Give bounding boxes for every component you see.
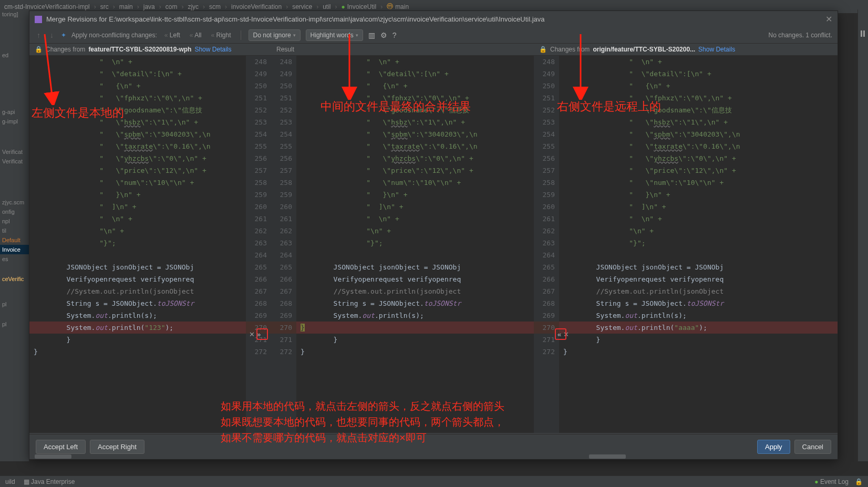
close-icon[interactable]: ✕	[825, 14, 832, 24]
result-header: Result	[276, 46, 294, 53]
left-branch-name: feature/TTC-SYBL-S20200819-wph	[88, 46, 191, 53]
sidebar-item[interactable]: zjyc.scm	[0, 198, 29, 207]
right-gutter	[857, 9, 868, 461]
breadcrumb-item[interactable]: util	[323, 3, 330, 11]
left-pane[interactable]: " \n" + " \"detail\":[\n" + " {\n" + " \…	[29, 56, 246, 433]
lock-icon[interactable]: 🔒	[855, 478, 863, 485]
breadcrumb-item[interactable]: com	[166, 3, 178, 11]
sidebar-item[interactable]: Verificat	[0, 147, 29, 157]
sidebar-item[interactable]: til	[0, 226, 29, 235]
cancel-button[interactable]: Cancel	[794, 440, 831, 454]
sidebar-item[interactable]: g-impl	[0, 117, 29, 126]
next-change-button[interactable]: ↓	[48, 30, 56, 40]
help-icon[interactable]: ?	[392, 31, 397, 39]
show-details-right[interactable]: Show Details	[698, 46, 735, 53]
lock-icon: 🔒	[539, 46, 547, 53]
sidebar-item[interactable]: g-api	[0, 107, 29, 117]
event-log-tab[interactable]: Event Log	[814, 478, 849, 485]
sidebar-item[interactable]: onfig	[0, 207, 29, 216]
annotation-box	[256, 328, 268, 340]
merge-toolbar: ↑ ↓ ✦ Apply non-conflicting changes: Lef…	[29, 27, 838, 44]
apply-label: Apply non-conflicting changes:	[71, 32, 157, 39]
statusbar: uild ▦ Java Enterprise Event Log 🔒	[0, 475, 868, 487]
apply-left-button[interactable]: Left	[162, 30, 182, 40]
breadcrumb-item[interactable]: InvoiceUtil	[347, 3, 376, 11]
breadcrumb-item[interactable]: invoiceVerification	[231, 3, 282, 11]
apply-right-button[interactable]: Right	[209, 30, 233, 40]
java-enterprise-tab[interactable]: ▦ Java Enterprise	[24, 478, 75, 485]
annotation-box	[555, 328, 566, 340]
sidebar-item-selected[interactable]: Invoice	[0, 245, 29, 254]
breadcrumb-item[interactable]: src	[100, 3, 109, 11]
apply-all-button[interactable]: All	[188, 30, 204, 40]
sidebar-item[interactable]: npl	[0, 216, 29, 226]
dialog-titlebar: Merge Revisions for E:\workspace\link-tt…	[29, 11, 838, 27]
discard-left-icon[interactable]: ✕	[249, 330, 255, 338]
right-header-prefix: Changes from	[550, 46, 590, 53]
breadcrumb-item[interactable]: main	[395, 3, 409, 11]
lock-icon: 🔒	[35, 46, 43, 53]
conflict-status: No changes. 1 conflict.	[769, 32, 832, 39]
diff-view-icon[interactable]: ▥	[368, 31, 375, 39]
class-icon: ●	[342, 3, 345, 11]
prev-change-button[interactable]: ↑	[35, 30, 43, 40]
sidebar-item[interactable]: pl	[0, 319, 29, 329]
project-sidebar[interactable]: toring] ed g-api g-impl Verificat Verifi…	[0, 9, 29, 461]
right-branch-name: origin/feature/TTC-SYBL-S20200...	[593, 46, 695, 53]
dialog-title: Merge Revisions for E:\workspace\link-tt…	[46, 15, 545, 23]
dialog-footer: Accept Left Accept Right Apply Cancel	[29, 434, 838, 459]
merge-dialog: Merge Revisions for E:\workspace\link-tt…	[29, 11, 838, 460]
mid-gutter-left: 2482492502512522532542552562572582592602…	[271, 56, 296, 433]
build-tab[interactable]: uild	[5, 478, 15, 485]
left-header-prefix: Changes from	[46, 46, 85, 53]
sidebar-item[interactable]: ceVerific	[0, 274, 29, 284]
method-icon: ⓜ	[387, 2, 393, 11]
sidebar-item[interactable]: pl	[0, 299, 29, 309]
sidebar-item[interactable]: ed	[0, 50, 29, 60]
left-gutter: 2482492502512522532542552562572582592602…	[246, 56, 271, 433]
breadcrumb-item[interactable]: main	[119, 3, 133, 11]
accept-left-button[interactable]: Accept Left	[36, 440, 86, 454]
highlight-dropdown[interactable]: Highlight words	[306, 29, 363, 41]
accept-right-button[interactable]: Accept Right	[90, 440, 144, 454]
merge-body: " \n" + " \"detail\":[\n" + " {\n" + " \…	[29, 56, 838, 433]
ignore-dropdown[interactable]: Do not ignore	[249, 29, 301, 41]
show-details-left[interactable]: Show Details	[194, 46, 231, 53]
sidebar-item[interactable]: Default	[0, 235, 29, 245]
breadcrumb-item[interactable]: zjyc	[188, 3, 199, 11]
breadcrumb-item[interactable]: scm	[209, 3, 221, 11]
breadcrumb-item[interactable]: java	[143, 3, 155, 11]
sidebar-item[interactable]: toring]	[0, 9, 29, 19]
gear-icon[interactable]: ⚙	[380, 31, 387, 39]
right-pane[interactable]: " \n" + " \"detail\":[\n" + " {\n" + " \…	[559, 56, 838, 433]
magic-resolve-icon[interactable]: ✦	[61, 32, 66, 39]
intellij-icon	[35, 16, 42, 23]
pane-headers: 🔒 Changes from feature/TTC-SYBL-S2020081…	[29, 44, 838, 56]
sidebar-item[interactable]: es	[0, 254, 29, 264]
pause-icon[interactable]	[861, 30, 866, 37]
breadcrumb-item[interactable]: service	[292, 3, 312, 11]
result-pane[interactable]: " \n" + " \"detail\":[\n" + " {\n" + " \…	[296, 56, 534, 433]
apply-button[interactable]: Apply	[757, 440, 790, 454]
sidebar-item[interactable]: Verificat	[0, 157, 29, 166]
right-gutter: 2482492502512522532542552562572582592602…	[534, 56, 559, 433]
